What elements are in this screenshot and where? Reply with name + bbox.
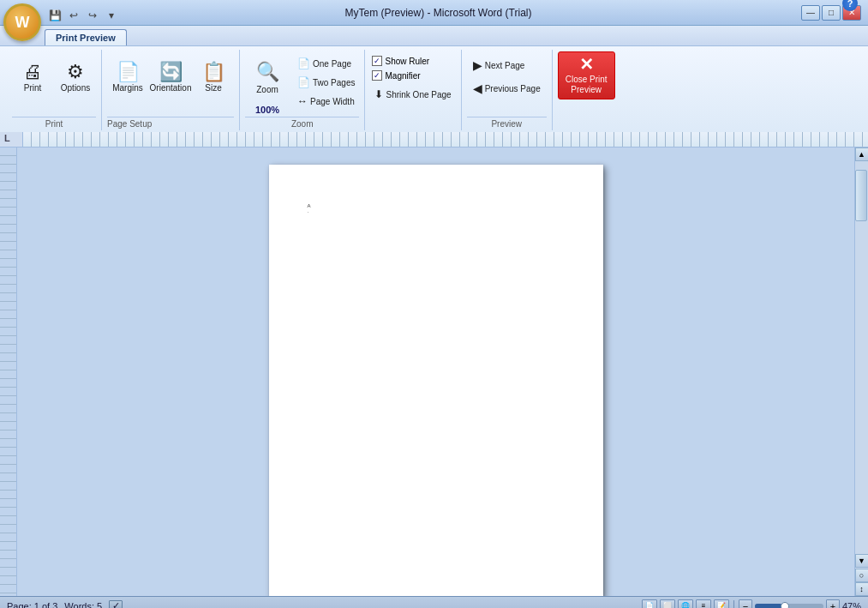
two-pages-label: Two Pages [313, 78, 355, 87]
main-area: A. ▲ ▼ ○ ↕ [0, 147, 868, 596]
margins-button[interactable]: 📄 Margins [107, 51, 148, 103]
print-group-label: Print [12, 117, 96, 129]
preview-group-label: Preview [467, 117, 547, 129]
show-ruler-checkbox[interactable]: ✓ Show Ruler [370, 55, 431, 67]
one-page-button[interactable]: 📄 One Page [293, 55, 359, 72]
scroll-up-button[interactable]: ▲ [855, 147, 869, 161]
draft-view-btn[interactable]: 📝 [714, 599, 729, 609]
next-page-icon: ▶ [473, 58, 482, 72]
margins-icon: 📄 [117, 63, 140, 81]
ruler-corner[interactable]: L [0, 132, 23, 147]
horizontal-ruler-track [23, 132, 868, 147]
options-button[interactable]: ⚙ Options [55, 51, 96, 103]
orientation-label: Orientation [150, 83, 192, 93]
ribbon-tab-bar: Print Preview ? [0, 26, 868, 46]
two-pages-button[interactable]: 📄 Two Pages [293, 74, 359, 91]
word-count-icon[interactable]: ✓ [109, 600, 123, 609]
scroll-next-btn[interactable]: ↕ [855, 582, 869, 596]
zoom-plus-button[interactable]: + [826, 599, 840, 609]
ribbon-group-close: ✕ Close PrintPreview x [553, 50, 619, 130]
scroll-thumb[interactable] [855, 170, 867, 221]
zoom-bar-handle[interactable] [781, 602, 789, 609]
undo-qa-button[interactable]: ↩ [65, 7, 82, 24]
page-setup-items: 📄 Margins 🔄 Orientation 📋 Size [107, 51, 234, 115]
office-button[interactable]: W [3, 3, 41, 41]
close-group-items: ✕ Close PrintPreview [558, 51, 615, 115]
scroll-prev-btn[interactable]: ○ [855, 569, 869, 582]
two-pages-icon: 📄 [297, 76, 310, 88]
office-logo: W [15, 14, 30, 32]
ruler-corner-label: L [4, 133, 10, 143]
page-canvas[interactable]: A. [17, 147, 854, 596]
shrink-one-page-button[interactable]: ⬇ Shrink One Page [370, 84, 455, 103]
scroll-down-button[interactable]: ▼ [855, 554, 869, 568]
ribbon-group-page-setup: 📄 Margins 🔄 Orientation 📋 Size Page Setu… [102, 50, 240, 130]
ribbon-group-preview: ▶ Next Page ◀ Previous Page Preview [462, 50, 553, 130]
magnifier-checkbox[interactable]: ✓ Magnifier [370, 69, 422, 81]
print-label: Print [24, 83, 42, 93]
size-label: Size [205, 83, 221, 93]
page-width-button[interactable]: ↔ Page Width [293, 93, 359, 110]
orientation-button[interactable]: 🔄 Orientation [150, 51, 191, 103]
options-label: Options [61, 83, 90, 93]
shrink-label: Shrink One Page [386, 90, 451, 99]
view-options-items: ✓ Show Ruler ✓ Magnifier ⬇ Shrink One Pa… [370, 51, 455, 115]
scroll-track[interactable] [855, 161, 868, 554]
zoom-pct-label: 100% [255, 105, 279, 115]
redo-qa-button[interactable]: ↪ [84, 7, 101, 24]
zoom-bar[interactable] [755, 604, 823, 609]
print-button[interactable]: 🖨 Print [12, 51, 53, 103]
qa-dropdown[interactable]: ▾ [103, 7, 120, 24]
page-content-area: A. [308, 203, 311, 214]
vertical-ruler [0, 147, 17, 596]
magnifier-check-icon: ✓ [372, 70, 382, 81]
close-print-preview-button[interactable]: ✕ Close PrintPreview [558, 51, 615, 99]
title-bar: W 💾 ↩ ↪ ▾ MyTem (Preview) - Microsoft Wo… [0, 0, 868, 26]
ribbon-group-zoom: 🔍 Zoom 100% 📄 One Page 📄 Two Pages ↔ Pag… [240, 50, 365, 130]
size-button[interactable]: 📋 Size [193, 51, 234, 103]
preview-nav-items: ▶ Next Page ◀ Previous Page [467, 51, 547, 115]
quick-access-toolbar: 💾 ↩ ↪ ▾ [46, 7, 120, 24]
outline-view-btn[interactable]: ≡ [696, 599, 711, 609]
minimize-button[interactable]: — [801, 5, 820, 21]
prev-page-button[interactable]: ◀ Previous Page [467, 78, 547, 99]
options-icon: ⚙ [67, 63, 84, 81]
status-bar: Page: 1 of 3 Words: 5 ✓ 📄 ⬜ 🌐 ≡ 📝 − + 47… [0, 596, 868, 608]
web-layout-view-btn[interactable]: 🌐 [678, 599, 693, 609]
prev-page-label: Previous Page [485, 84, 541, 93]
vertical-scrollbar: ▲ ▼ ○ ↕ [854, 147, 868, 596]
page-info: Page: 1 of 3 [7, 601, 57, 609]
ruler-marks-svg [23, 132, 868, 147]
ribbon-group-view-options: ✓ Show Ruler ✓ Magnifier ⬇ Shrink One Pa… [365, 50, 461, 130]
document-text: A. [308, 203, 311, 214]
zoom-button[interactable]: 🔍 Zoom [245, 51, 290, 103]
status-divider [733, 600, 734, 609]
zoom-group-label: Zoom [245, 117, 359, 129]
one-page-label: One Page [313, 59, 351, 69]
show-ruler-label: Show Ruler [385, 57, 429, 66]
next-page-button[interactable]: ▶ Next Page [467, 55, 531, 75]
print-icon: 🖨 [23, 63, 42, 81]
orientation-icon: 🔄 [159, 63, 183, 81]
page-width-icon: ↔ [297, 95, 308, 107]
full-screen-view-btn[interactable]: ⬜ [660, 599, 675, 609]
zoom-minus-button[interactable]: − [739, 599, 752, 609]
zoom-group-items: 🔍 Zoom 100% 📄 One Page 📄 Two Pages ↔ Pag… [245, 51, 359, 115]
page-sheet: A. [269, 165, 603, 596]
status-bar-left: Page: 1 of 3 Words: 5 ✓ [7, 600, 123, 609]
page-width-label: Page Width [310, 97, 355, 106]
print-group-items: 🖨 Print ⚙ Options [12, 51, 96, 115]
magnifier-label: Magnifier [385, 71, 420, 81]
print-layout-view-btn[interactable]: 📄 [642, 599, 657, 609]
prev-page-icon: ◀ [473, 81, 482, 95]
show-ruler-check-icon: ✓ [372, 56, 382, 66]
maximize-button[interactable]: □ [822, 5, 841, 21]
ribbon-group-print: 🖨 Print ⚙ Options Print [7, 50, 102, 130]
save-qa-button[interactable]: 💾 [46, 7, 63, 24]
page-setup-group-label: Page Setup [107, 117, 234, 129]
window-title: MyTem (Preview) - Microsoft Word (Trial) [7, 7, 801, 19]
tab-print-preview[interactable]: Print Preview [45, 29, 127, 45]
close-preview-label: Close PrintPreview [566, 75, 608, 95]
word-count: Words: 5 [64, 601, 102, 609]
status-bar-right: 📄 ⬜ 🌐 ≡ 📝 − + 47% [642, 599, 861, 609]
